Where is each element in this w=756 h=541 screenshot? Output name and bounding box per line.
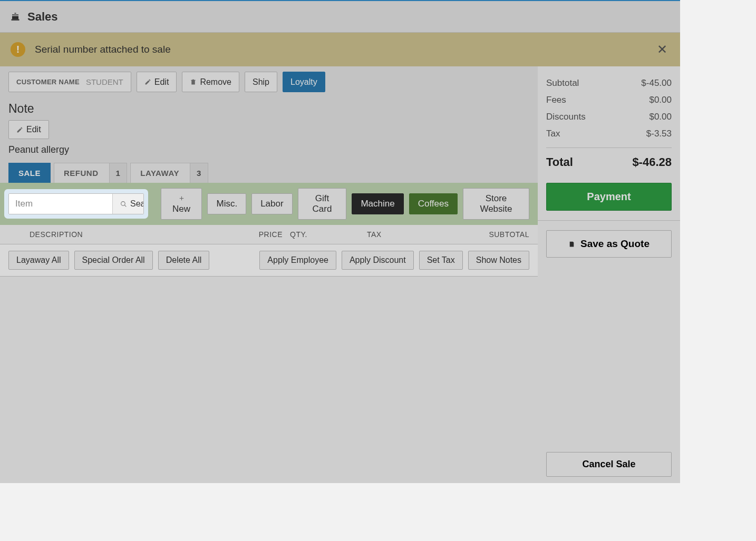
note-section: Note Edit Peanut allergy: [0, 97, 538, 163]
customer-name-button[interactable]: CUSTOMER NAME STUDENT: [8, 72, 131, 92]
page-title: Sales: [27, 10, 58, 24]
item-search-group: Search: [8, 193, 144, 214]
show-notes-button[interactable]: Show Notes: [468, 251, 529, 270]
line-items-header: DESCRIPTION PRICE QTY. TAX SUBTOTAL: [0, 225, 538, 244]
plus-icon: [178, 195, 185, 202]
register-icon: [11, 12, 20, 22]
col-tax: TAX: [319, 230, 399, 239]
labor-button[interactable]: Labor: [251, 193, 292, 214]
fees-line: Fees $0.00: [546, 92, 672, 109]
item-search-button[interactable]: Search: [112, 194, 144, 214]
giftcard-button[interactable]: Gift Card: [298, 188, 347, 220]
customer-value: STUDENT: [86, 77, 123, 86]
tax-value: $-3.53: [646, 129, 672, 139]
edit-note-label: Edit: [26, 125, 41, 134]
discounts-line: Discounts $0.00: [546, 109, 672, 125]
new-item-button[interactable]: New: [161, 188, 202, 220]
item-search-row: Search New Misc. Labor Gift Card Machine…: [0, 183, 538, 225]
sale-tabs: SALE REFUND 1 LAYAWAY 3: [0, 163, 538, 183]
alert-bar: ! Serial number attached to sale ✕: [0, 33, 680, 66]
customer-label: CUSTOMER NAME: [16, 78, 80, 86]
page-header: Sales: [0, 1, 680, 33]
loyalty-button[interactable]: Loyalty: [283, 72, 325, 92]
tab-sale[interactable]: SALE: [8, 163, 51, 183]
totals-sidebar: Subtotal $-45.00 Fees $0.00 Discounts $0…: [538, 66, 680, 484]
misc-button[interactable]: Misc.: [207, 193, 246, 214]
alert-message: Serial number attached to sale: [35, 44, 655, 55]
machine-button[interactable]: Machine: [352, 193, 403, 214]
edit-customer-button[interactable]: Edit: [137, 72, 177, 92]
delete-all-button[interactable]: Delete All: [158, 251, 210, 270]
save-as-quote-button[interactable]: Save as Quote: [546, 230, 672, 258]
alert-close-button[interactable]: ✕: [655, 40, 670, 59]
fees-value: $0.00: [649, 95, 672, 105]
store-website-button[interactable]: Store Website: [463, 188, 529, 220]
pencil-icon: [144, 78, 151, 85]
apply-employee-button[interactable]: Apply Employee: [259, 251, 336, 270]
svg-line-2: [124, 205, 126, 206]
divider: [538, 220, 680, 221]
item-search-input[interactable]: [9, 194, 112, 214]
col-qty: QTY.: [283, 230, 319, 239]
quote-icon: [568, 241, 575, 248]
warning-icon: !: [11, 42, 25, 57]
special-order-all-button[interactable]: Special Order All: [74, 251, 153, 270]
layaway-all-button[interactable]: Layaway All: [8, 251, 69, 270]
tab-layaway[interactable]: LAYAWAY 3: [130, 163, 208, 183]
pencil-icon: [16, 126, 23, 133]
svg-point-1: [121, 201, 125, 205]
remove-label: Remove: [200, 77, 231, 87]
tab-refund[interactable]: REFUND 1: [54, 163, 127, 183]
ship-button[interactable]: Ship: [245, 72, 277, 92]
layaway-count: 3: [190, 163, 208, 183]
subtotal-value: $-45.00: [641, 78, 672, 88]
set-tax-button[interactable]: Set Tax: [419, 251, 463, 270]
trash-icon: [190, 78, 197, 85]
payment-button[interactable]: Payment: [546, 183, 672, 211]
search-icon: [120, 201, 127, 208]
edit-note-button[interactable]: Edit: [8, 120, 49, 139]
tax-line: Tax $-3.53: [546, 125, 672, 142]
coffees-button[interactable]: Coffees: [409, 193, 458, 214]
note-text: Peanut allergy: [8, 144, 529, 155]
svg-rect-0: [12, 19, 20, 20]
col-description: DESCRIPTION: [8, 230, 230, 239]
bulk-actions-row: Layaway All Special Order All Delete All…: [0, 244, 538, 277]
total-value: $-46.28: [632, 155, 672, 169]
note-heading: Note: [8, 102, 529, 116]
discounts-value: $0.00: [649, 112, 672, 122]
edit-label: Edit: [154, 77, 169, 87]
refund-count: 1: [109, 163, 127, 183]
col-price: PRICE: [230, 230, 283, 239]
grand-total-line: Total $-46.28: [546, 147, 672, 172]
apply-discount-button[interactable]: Apply Discount: [342, 251, 414, 270]
subtotal-line: Subtotal $-45.00: [546, 75, 672, 92]
col-subtotal: SUBTOTAL: [399, 230, 529, 239]
customer-toolbar: CUSTOMER NAME STUDENT Edit Remove Ship L…: [0, 66, 538, 97]
cancel-sale-button[interactable]: Cancel Sale: [546, 452, 672, 477]
remove-customer-button[interactable]: Remove: [182, 72, 239, 92]
